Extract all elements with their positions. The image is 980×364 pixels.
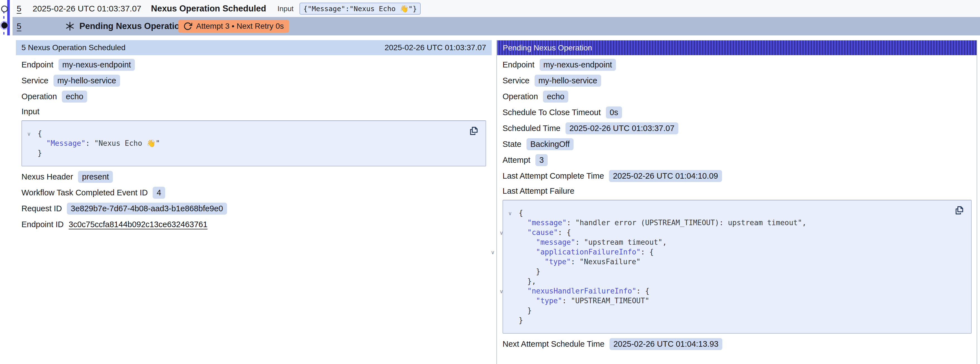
collapse-chevron-icon[interactable]: ∨ xyxy=(27,129,31,139)
json-code-line: } xyxy=(519,306,951,316)
json-token: { xyxy=(519,209,523,217)
json-token: , xyxy=(662,238,667,246)
field-label: Request ID xyxy=(21,204,62,213)
field-value-badge: my-nexus-endpoint xyxy=(539,59,616,71)
field-label: Operation xyxy=(503,92,538,101)
field-value-badge: present xyxy=(78,171,113,183)
json-token: "Message" xyxy=(46,139,86,147)
json-token: } xyxy=(519,316,523,324)
json-token: : xyxy=(566,219,575,227)
detail-field-row: Servicemy-hello-service xyxy=(503,74,972,87)
json-token: "handler error (UPSTREAM_TIMEOUT): upstr… xyxy=(575,219,802,227)
json-code-line: }, xyxy=(519,276,951,286)
detail-field-row: Next Attempt Schedule Time2025-02-26 UTC… xyxy=(503,337,972,350)
detail-field-row: Endpointmy-nexus-endpoint xyxy=(21,58,486,71)
json-code-line: } xyxy=(519,316,951,325)
code-block-label: Input xyxy=(21,106,486,117)
json-code-line: } xyxy=(38,148,466,158)
json-token: : xyxy=(571,257,579,266)
json-token: "nexusHandlerFailureInfo" xyxy=(527,287,636,295)
json-token: "type" xyxy=(545,257,571,266)
json-token: "upstream timeout" xyxy=(584,238,662,246)
json-token: : { xyxy=(641,248,654,256)
detail-field-row: Operationecho xyxy=(21,90,486,103)
detail-field-row: StateBackingOff xyxy=(503,138,972,150)
json-code-line: } xyxy=(519,267,951,276)
json-code-line: "type": "NexusFailure" xyxy=(519,257,951,267)
json-code-line: ∨{ xyxy=(38,129,466,139)
field-value-badge: 0s xyxy=(606,107,622,118)
json-token: , xyxy=(802,219,807,227)
collapse-chevron-icon[interactable]: ∨ xyxy=(500,228,503,238)
json-token: "message" xyxy=(536,238,575,246)
copy-button[interactable] xyxy=(468,125,479,137)
copy-icon xyxy=(469,126,479,136)
field-value-badge: echo xyxy=(62,91,87,102)
collapse-chevron-icon[interactable]: ∨ xyxy=(508,209,512,218)
field-label: Next Attempt Schedule Time xyxy=(503,340,605,349)
field-label: Schedule To Close Timeout xyxy=(503,108,601,117)
timeline-node-pending-icon xyxy=(2,22,8,29)
copy-icon xyxy=(954,205,965,216)
field-label: Endpoint xyxy=(21,60,54,69)
json-token: "Nexus Echo 👋" xyxy=(94,139,160,147)
event-id-link[interactable]: 5 xyxy=(17,4,21,13)
detail-field-row: Scheduled Time2025-02-26 UTC 01:03:37.07 xyxy=(503,122,972,135)
field-value-badge: my-hello-service xyxy=(54,75,120,87)
detail-field-row: Servicemy-hello-service xyxy=(21,74,486,87)
event-row-pending-nexus-operation[interactable]: 5 Pending Nexus Operation Attempt 3 • Ne… xyxy=(13,17,980,35)
field-label: Service xyxy=(503,76,530,85)
code-block-label: Last Attempt Failure xyxy=(503,185,972,196)
json-code-block: ∨{"Message": "Nexus Echo 👋"} xyxy=(21,120,486,166)
timeline-selected-bar xyxy=(7,0,10,35)
field-value-badge: 3 xyxy=(535,154,548,166)
json-code-block: ∨{"message": "handler error (UPSTREAM_TI… xyxy=(503,200,972,334)
json-token: : { xyxy=(636,287,649,295)
input-label: Input xyxy=(277,4,294,13)
input-preview-badge[interactable]: {"Message":"Nexus Echo 👋"} xyxy=(299,3,421,14)
detail-field-row: Operationecho xyxy=(503,90,972,103)
field-value-badge: my-nexus-endpoint xyxy=(59,59,135,71)
pending-panel-title: Pending Nexus Operation xyxy=(503,43,592,53)
field-value-badge: 2025-02-26 UTC 01:03:37.07 xyxy=(565,122,678,134)
collapse-chevron-icon[interactable]: ∨ xyxy=(491,247,495,257)
json-token: "UPSTREAM_TIMEOUT" xyxy=(571,297,649,305)
nexus-event-detail-screen: 5 2025-02-26 UTC 01:03:37.07 Nexus Opera… xyxy=(0,0,980,364)
scheduled-event-detail-panel: 5 Nexus Operation Scheduled 2025-02-26 U… xyxy=(16,40,492,364)
timeline-node-scheduled-icon xyxy=(1,6,8,12)
copy-button[interactable] xyxy=(954,205,965,216)
json-code-line: "message": "handler error (UPSTREAM_TIME… xyxy=(519,218,951,228)
json-token: "message" xyxy=(527,219,566,227)
field-value-badge: 2025-02-26 UTC 01:04:10.09 xyxy=(609,170,722,182)
field-label: State xyxy=(503,140,522,149)
pending-panel-header: Pending Nexus Operation xyxy=(497,40,977,55)
field-label: Last Attempt Complete Time xyxy=(503,171,604,180)
collapse-chevron-icon[interactable]: ∨ xyxy=(500,287,503,296)
field-value-badge: BackingOff xyxy=(527,138,574,150)
pending-event-id-link[interactable]: 5 xyxy=(17,21,21,31)
field-value-link[interactable]: 3c0c75ccfa8144b092c13ce632463761 xyxy=(69,220,208,229)
field-value-badge: 3e829b7e-7d67-4b08-aad3-b1e868bfe9e0 xyxy=(67,203,227,215)
json-code-line: ∨"cause": { xyxy=(519,228,951,238)
event-timestamp: 2025-02-26 UTC 01:03:37.07 xyxy=(33,4,141,13)
field-label: Service xyxy=(21,76,48,85)
retry-status-badge: Attempt 3 • Next Retry 0s xyxy=(178,20,289,33)
detail-field-row: Attempt3 xyxy=(503,153,972,166)
detail-field-row: Workflow Task Completed Event ID4 xyxy=(21,186,486,199)
json-token: "type" xyxy=(536,297,562,305)
field-label: Operation xyxy=(21,92,57,101)
field-label: Workflow Task Completed Event ID xyxy=(21,188,148,197)
json-token: "applicationFailureInfo" xyxy=(536,248,641,256)
json-token: }, xyxy=(527,277,536,286)
json-token: : { xyxy=(558,228,571,236)
json-token: "cause" xyxy=(527,228,558,236)
scheduled-panel-header: 5 Nexus Operation Scheduled 2025-02-26 U… xyxy=(16,40,492,55)
event-row-nexus-operation-scheduled[interactable]: 5 2025-02-26 UTC 01:03:37.07 Nexus Opera… xyxy=(13,0,980,17)
json-token: "NexusFailure" xyxy=(579,257,640,266)
json-token: : xyxy=(86,139,94,147)
json-token: { xyxy=(38,129,42,138)
json-code-line: ∨"applicationFailureInfo": { xyxy=(519,247,951,257)
detail-field-row: Schedule To Close Timeout0s xyxy=(503,106,972,119)
json-code-line: "type": "UPSTREAM_TIMEOUT" xyxy=(519,296,951,306)
detail-field-row: Request ID3e829b7e-7d67-4b08-aad3-b1e868… xyxy=(21,202,486,215)
